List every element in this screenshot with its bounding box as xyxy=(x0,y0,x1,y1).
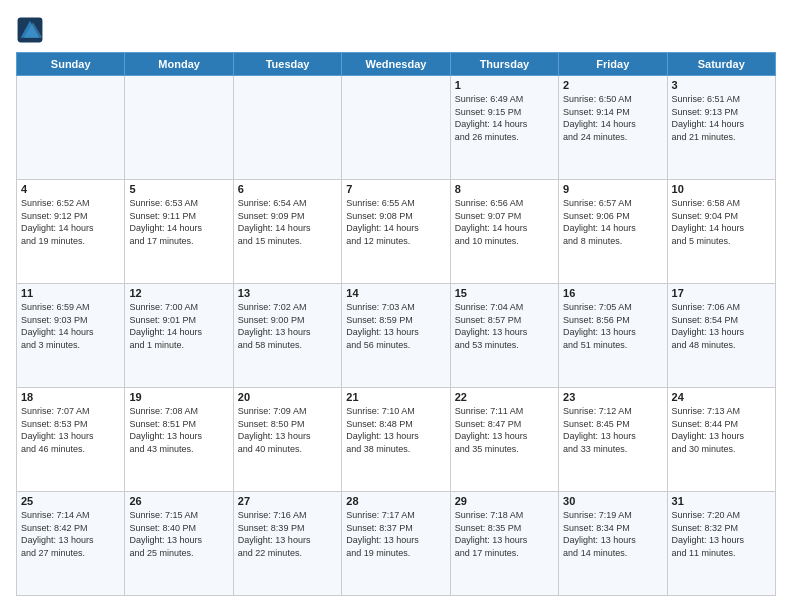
day-number: 20 xyxy=(238,391,337,403)
day-info: Sunrise: 6:49 AM Sunset: 9:15 PM Dayligh… xyxy=(455,93,554,143)
calendar-cell: 2Sunrise: 6:50 AM Sunset: 9:14 PM Daylig… xyxy=(559,76,667,180)
day-header-wednesday: Wednesday xyxy=(342,53,450,76)
day-info: Sunrise: 7:02 AM Sunset: 9:00 PM Dayligh… xyxy=(238,301,337,351)
day-info: Sunrise: 7:15 AM Sunset: 8:40 PM Dayligh… xyxy=(129,509,228,559)
day-number: 24 xyxy=(672,391,771,403)
day-number: 23 xyxy=(563,391,662,403)
calendar-cell: 12Sunrise: 7:00 AM Sunset: 9:01 PM Dayli… xyxy=(125,284,233,388)
day-info: Sunrise: 6:56 AM Sunset: 9:07 PM Dayligh… xyxy=(455,197,554,247)
day-number: 19 xyxy=(129,391,228,403)
calendar-cell: 16Sunrise: 7:05 AM Sunset: 8:56 PM Dayli… xyxy=(559,284,667,388)
calendar-cell: 17Sunrise: 7:06 AM Sunset: 8:54 PM Dayli… xyxy=(667,284,775,388)
day-number: 30 xyxy=(563,495,662,507)
day-info: Sunrise: 7:17 AM Sunset: 8:37 PM Dayligh… xyxy=(346,509,445,559)
day-number: 18 xyxy=(21,391,120,403)
calendar-cell xyxy=(17,76,125,180)
week-row-3: 11Sunrise: 6:59 AM Sunset: 9:03 PM Dayli… xyxy=(17,284,776,388)
day-number: 28 xyxy=(346,495,445,507)
day-info: Sunrise: 7:05 AM Sunset: 8:56 PM Dayligh… xyxy=(563,301,662,351)
day-number: 4 xyxy=(21,183,120,195)
logo xyxy=(16,16,48,44)
calendar-cell: 27Sunrise: 7:16 AM Sunset: 8:39 PM Dayli… xyxy=(233,492,341,596)
day-number: 22 xyxy=(455,391,554,403)
calendar-cell xyxy=(342,76,450,180)
day-info: Sunrise: 7:12 AM Sunset: 8:45 PM Dayligh… xyxy=(563,405,662,455)
calendar-cell: 19Sunrise: 7:08 AM Sunset: 8:51 PM Dayli… xyxy=(125,388,233,492)
calendar-cell: 6Sunrise: 6:54 AM Sunset: 9:09 PM Daylig… xyxy=(233,180,341,284)
logo-icon xyxy=(16,16,44,44)
day-header-friday: Friday xyxy=(559,53,667,76)
day-info: Sunrise: 7:18 AM Sunset: 8:35 PM Dayligh… xyxy=(455,509,554,559)
week-row-1: 1Sunrise: 6:49 AM Sunset: 9:15 PM Daylig… xyxy=(17,76,776,180)
day-info: Sunrise: 6:51 AM Sunset: 9:13 PM Dayligh… xyxy=(672,93,771,143)
day-number: 25 xyxy=(21,495,120,507)
day-header-tuesday: Tuesday xyxy=(233,53,341,76)
day-info: Sunrise: 6:53 AM Sunset: 9:11 PM Dayligh… xyxy=(129,197,228,247)
day-number: 9 xyxy=(563,183,662,195)
calendar-cell: 28Sunrise: 7:17 AM Sunset: 8:37 PM Dayli… xyxy=(342,492,450,596)
header xyxy=(16,16,776,44)
day-number: 8 xyxy=(455,183,554,195)
calendar-cell: 24Sunrise: 7:13 AM Sunset: 8:44 PM Dayli… xyxy=(667,388,775,492)
calendar-cell: 23Sunrise: 7:12 AM Sunset: 8:45 PM Dayli… xyxy=(559,388,667,492)
calendar-cell: 14Sunrise: 7:03 AM Sunset: 8:59 PM Dayli… xyxy=(342,284,450,388)
day-number: 11 xyxy=(21,287,120,299)
week-row-2: 4Sunrise: 6:52 AM Sunset: 9:12 PM Daylig… xyxy=(17,180,776,284)
day-info: Sunrise: 7:13 AM Sunset: 8:44 PM Dayligh… xyxy=(672,405,771,455)
day-number: 29 xyxy=(455,495,554,507)
day-number: 5 xyxy=(129,183,228,195)
day-info: Sunrise: 7:00 AM Sunset: 9:01 PM Dayligh… xyxy=(129,301,228,351)
day-info: Sunrise: 7:11 AM Sunset: 8:47 PM Dayligh… xyxy=(455,405,554,455)
calendar-cell: 9Sunrise: 6:57 AM Sunset: 9:06 PM Daylig… xyxy=(559,180,667,284)
calendar-cell: 31Sunrise: 7:20 AM Sunset: 8:32 PM Dayli… xyxy=(667,492,775,596)
day-info: Sunrise: 7:06 AM Sunset: 8:54 PM Dayligh… xyxy=(672,301,771,351)
calendar-cell: 22Sunrise: 7:11 AM Sunset: 8:47 PM Dayli… xyxy=(450,388,558,492)
calendar-cell: 3Sunrise: 6:51 AM Sunset: 9:13 PM Daylig… xyxy=(667,76,775,180)
day-info: Sunrise: 7:20 AM Sunset: 8:32 PM Dayligh… xyxy=(672,509,771,559)
calendar-cell xyxy=(125,76,233,180)
week-row-5: 25Sunrise: 7:14 AM Sunset: 8:42 PM Dayli… xyxy=(17,492,776,596)
day-info: Sunrise: 7:16 AM Sunset: 8:39 PM Dayligh… xyxy=(238,509,337,559)
day-number: 16 xyxy=(563,287,662,299)
day-info: Sunrise: 6:57 AM Sunset: 9:06 PM Dayligh… xyxy=(563,197,662,247)
day-number: 26 xyxy=(129,495,228,507)
page: SundayMondayTuesdayWednesdayThursdayFrid… xyxy=(0,0,792,612)
calendar-cell: 29Sunrise: 7:18 AM Sunset: 8:35 PM Dayli… xyxy=(450,492,558,596)
calendar-cell: 11Sunrise: 6:59 AM Sunset: 9:03 PM Dayli… xyxy=(17,284,125,388)
day-number: 21 xyxy=(346,391,445,403)
day-number: 2 xyxy=(563,79,662,91)
day-header-monday: Monday xyxy=(125,53,233,76)
day-number: 31 xyxy=(672,495,771,507)
day-number: 12 xyxy=(129,287,228,299)
day-info: Sunrise: 6:58 AM Sunset: 9:04 PM Dayligh… xyxy=(672,197,771,247)
day-header-saturday: Saturday xyxy=(667,53,775,76)
day-info: Sunrise: 6:52 AM Sunset: 9:12 PM Dayligh… xyxy=(21,197,120,247)
calendar-table: SundayMondayTuesdayWednesdayThursdayFrid… xyxy=(16,52,776,596)
calendar-cell: 25Sunrise: 7:14 AM Sunset: 8:42 PM Dayli… xyxy=(17,492,125,596)
calendar-cell: 13Sunrise: 7:02 AM Sunset: 9:00 PM Dayli… xyxy=(233,284,341,388)
day-header-sunday: Sunday xyxy=(17,53,125,76)
day-number: 1 xyxy=(455,79,554,91)
day-info: Sunrise: 7:10 AM Sunset: 8:48 PM Dayligh… xyxy=(346,405,445,455)
calendar-cell: 5Sunrise: 6:53 AM Sunset: 9:11 PM Daylig… xyxy=(125,180,233,284)
day-info: Sunrise: 6:50 AM Sunset: 9:14 PM Dayligh… xyxy=(563,93,662,143)
calendar-cell: 8Sunrise: 6:56 AM Sunset: 9:07 PM Daylig… xyxy=(450,180,558,284)
day-info: Sunrise: 7:19 AM Sunset: 8:34 PM Dayligh… xyxy=(563,509,662,559)
calendar-cell: 20Sunrise: 7:09 AM Sunset: 8:50 PM Dayli… xyxy=(233,388,341,492)
day-number: 13 xyxy=(238,287,337,299)
calendar-cell: 30Sunrise: 7:19 AM Sunset: 8:34 PM Dayli… xyxy=(559,492,667,596)
calendar-cell: 21Sunrise: 7:10 AM Sunset: 8:48 PM Dayli… xyxy=(342,388,450,492)
calendar-cell: 26Sunrise: 7:15 AM Sunset: 8:40 PM Dayli… xyxy=(125,492,233,596)
day-number: 10 xyxy=(672,183,771,195)
calendar-cell: 18Sunrise: 7:07 AM Sunset: 8:53 PM Dayli… xyxy=(17,388,125,492)
header-row: SundayMondayTuesdayWednesdayThursdayFrid… xyxy=(17,53,776,76)
day-info: Sunrise: 6:55 AM Sunset: 9:08 PM Dayligh… xyxy=(346,197,445,247)
calendar-cell: 15Sunrise: 7:04 AM Sunset: 8:57 PM Dayli… xyxy=(450,284,558,388)
week-row-4: 18Sunrise: 7:07 AM Sunset: 8:53 PM Dayli… xyxy=(17,388,776,492)
day-number: 17 xyxy=(672,287,771,299)
calendar-cell: 4Sunrise: 6:52 AM Sunset: 9:12 PM Daylig… xyxy=(17,180,125,284)
day-header-thursday: Thursday xyxy=(450,53,558,76)
calendar-cell: 1Sunrise: 6:49 AM Sunset: 9:15 PM Daylig… xyxy=(450,76,558,180)
day-info: Sunrise: 7:04 AM Sunset: 8:57 PM Dayligh… xyxy=(455,301,554,351)
day-number: 7 xyxy=(346,183,445,195)
